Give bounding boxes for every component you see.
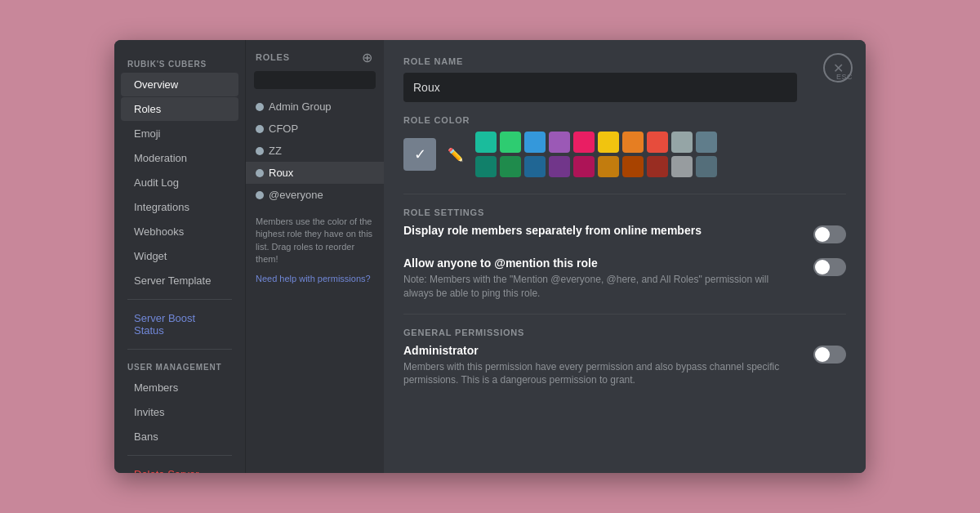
setting-row-administrator: Administrator Members with this permissi… [403, 344, 846, 388]
setting-desc: Note: Members with the "Mention @everyon… [403, 273, 797, 301]
color-swatch[interactable] [647, 156, 668, 177]
role-settings-label: ROLE SETTINGS [403, 207, 846, 217]
color-swatch[interactable] [622, 132, 644, 153]
section-divider-2 [403, 314, 846, 314]
color-picker-icon[interactable]: ✏️ [444, 143, 467, 166]
role-item-admin-group[interactable]: Admin Group [246, 96, 384, 118]
role-color-field-label: ROLE COLOR [403, 115, 846, 125]
color-swatch[interactable] [671, 132, 693, 153]
sidebar-item-roles[interactable]: Roles [121, 97, 238, 121]
color-swatch[interactable] [696, 156, 717, 177]
sidebar-item-overview[interactable]: Overview [121, 73, 238, 96]
role-name-input[interactable] [403, 73, 797, 102]
role-item-zz[interactable]: ZZ [246, 140, 384, 162]
color-swatch[interactable] [524, 132, 546, 153]
color-swatch[interactable] [549, 156, 570, 177]
allow-mention-toggle[interactable] [813, 258, 846, 276]
color-swatch[interactable] [549, 132, 570, 153]
role-color-section: ROLE COLOR ✓ ✏️ [403, 115, 846, 177]
add-role-button[interactable]: ⊕ [359, 50, 374, 65]
setting-title: Allow anyone to @mention this role [403, 256, 797, 270]
role-color-dot [256, 147, 264, 155]
roles-hint-text: Members use the color of the highest rol… [246, 206, 384, 285]
setting-info: Allow anyone to @mention this role Note:… [403, 256, 797, 301]
administrator-toggle[interactable] [813, 346, 846, 364]
setting-title: Administrator [403, 344, 797, 357]
display-separately-toggle[interactable] [813, 225, 846, 243]
help-permissions-link[interactable]: Need help with permissions? [256, 273, 374, 285]
user-management-label: USER MANAGEMENT [114, 356, 245, 375]
sidebar-item-webhooks[interactable]: Webhooks [121, 220, 238, 243]
role-item-everyone[interactable]: @everyone [246, 184, 384, 206]
setting-info: Administrator Members with this permissi… [403, 344, 797, 388]
sidebar-item-members[interactable]: Members [121, 376, 238, 399]
color-swatch[interactable] [500, 156, 521, 177]
setting-row-display-separately: Display role members separately from onl… [403, 224, 846, 243]
sidebar-divider-3 [127, 455, 232, 456]
sidebar-item-invites[interactable]: Invites [121, 400, 238, 424]
close-button-label: ESC [836, 73, 853, 81]
color-swatch[interactable] [500, 132, 521, 153]
role-label: CFOP [269, 123, 298, 135]
settings-window: RUBIK'S CUBERS Overview Roles Emoji Mode… [114, 40, 866, 473]
sidebar-divider-2 [127, 349, 232, 350]
sidebar-item-audit-log[interactable]: Audit Log [121, 171, 238, 194]
role-color-dot [256, 125, 264, 133]
color-swatch[interactable] [475, 156, 497, 177]
color-swatches-grid [475, 132, 717, 177]
left-sidebar: RUBIK'S CUBERS Overview Roles Emoji Mode… [114, 40, 245, 473]
role-label: ZZ [269, 145, 282, 157]
main-content: ✕ ESC ROLE NAME ROLE COLOR ✓ ✏️ ROLE SET… [384, 40, 866, 473]
role-name-field-label: ROLE NAME [403, 56, 846, 66]
role-color-dot [256, 169, 264, 177]
color-swatch[interactable] [696, 132, 717, 153]
color-preview-swatch[interactable]: ✓ [403, 138, 436, 171]
color-swatch[interactable] [647, 132, 668, 153]
color-swatch[interactable] [524, 156, 546, 177]
role-label: Roux [269, 167, 293, 179]
color-swatch[interactable] [573, 156, 595, 177]
color-swatch[interactable] [573, 132, 595, 153]
sidebar-item-server-template[interactable]: Server Template [121, 269, 238, 292]
role-label: @everyone [269, 189, 323, 201]
role-color-dot [256, 191, 264, 199]
sidebar-item-bans[interactable]: Bans [121, 425, 238, 448]
roles-header-label: ROLES [256, 52, 290, 62]
roles-header: ROLES ⊕ [246, 50, 384, 71]
color-swatch[interactable] [475, 132, 497, 153]
role-item-cfop[interactable]: CFOP [246, 118, 384, 140]
sidebar-item-integrations[interactable]: Integrations [121, 195, 238, 219]
general-permissions-label: GENERAL PERMISSIONS [403, 328, 846, 337]
role-item-roux[interactable]: Roux [246, 162, 384, 184]
color-swatch[interactable] [598, 132, 619, 153]
sidebar-item-moderation[interactable]: Moderation [121, 146, 238, 170]
setting-desc: Members with this permission have every … [403, 360, 797, 388]
role-color-row: ✓ ✏️ [403, 132, 846, 177]
roles-panel: ROLES ⊕ Admin Group CFOP ZZ Roux @everyo… [245, 40, 384, 473]
color-swatch[interactable] [622, 156, 644, 177]
color-swatch[interactable] [671, 156, 693, 177]
role-label: Admin Group [269, 100, 332, 113]
role-search-bar [254, 71, 376, 89]
sidebar-item-widget[interactable]: Widget [121, 244, 238, 268]
sidebar-item-server-boost[interactable]: Server Boost Status [121, 306, 238, 342]
setting-row-allow-mention: Allow anyone to @mention this role Note:… [403, 256, 846, 301]
setting-info: Display role members separately from onl… [403, 224, 797, 240]
color-preview-checkmark: ✓ [414, 145, 426, 163]
sidebar-item-delete-server[interactable]: Delete Server [121, 462, 238, 473]
color-swatch[interactable] [598, 156, 619, 177]
role-color-dot [256, 103, 264, 111]
sidebar-item-emoji[interactable]: Emoji [121, 122, 238, 145]
sidebar-divider-1 [127, 299, 232, 300]
server-name-label: RUBIK'S CUBERS [114, 53, 245, 72]
setting-title: Display role members separately from onl… [403, 224, 797, 237]
section-divider-1 [403, 194, 846, 194]
